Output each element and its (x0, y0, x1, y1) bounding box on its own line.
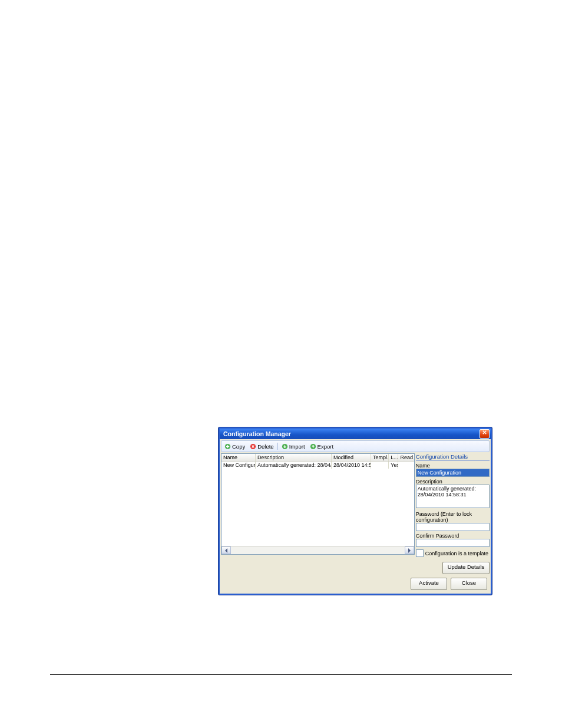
scroll-track[interactable] (231, 546, 405, 554)
copy-button[interactable]: Copy (223, 442, 247, 450)
copy-icon (224, 443, 231, 450)
cell-description: Automatically generated: 28/04/2010 14:5… (256, 462, 332, 469)
cell-read (398, 462, 414, 469)
toolbar-separator (277, 443, 278, 450)
export-icon (310, 443, 316, 450)
cell-locked: Yes (389, 462, 398, 469)
toolbar: Copy Delete Import (221, 440, 490, 452)
dialog-footer: Activate Close (221, 574, 490, 592)
scroll-left-icon[interactable] (222, 546, 231, 554)
configurations-list: Name Description Modified Templ... L... … (221, 453, 415, 555)
name-field[interactable] (416, 469, 490, 477)
window-title: Configuration Manager (223, 430, 291, 437)
description-field[interactable] (416, 485, 490, 508)
import-icon (282, 443, 288, 450)
export-button[interactable]: Export (308, 442, 335, 450)
confirm-password-field[interactable] (416, 539, 490, 547)
configuration-manager-dialog: Configuration Manager Copy Delete (219, 427, 492, 595)
password-label: Password (Enter to lock configuration) (416, 511, 490, 523)
col-template[interactable]: Templ... (371, 454, 389, 461)
import-button[interactable]: Import (280, 442, 307, 450)
col-read[interactable]: Read (398, 454, 414, 461)
horizontal-scrollbar[interactable] (222, 546, 414, 554)
copy-label: Copy (232, 443, 245, 450)
delete-label: Delete (257, 443, 273, 450)
delete-icon (250, 443, 256, 450)
close-icon[interactable] (480, 429, 490, 439)
template-checkbox-label: Configuration is a template (425, 551, 488, 556)
rows-container: New Configuration Automatically generate… (222, 462, 414, 546)
col-name[interactable]: Name (222, 454, 256, 461)
details-group-title: Configuration Details (416, 453, 490, 461)
cell-template (371, 462, 389, 469)
titlebar[interactable]: Configuration Manager (220, 429, 491, 439)
col-description[interactable]: Description (256, 454, 332, 461)
template-checkbox[interactable] (416, 549, 424, 557)
activate-button[interactable]: Activate (411, 578, 447, 590)
close-button[interactable]: Close (451, 578, 487, 590)
scroll-right-icon[interactable] (405, 546, 414, 554)
column-headers: Name Description Modified Templ... L... … (222, 454, 414, 462)
dialog-body: Copy Delete Import (220, 439, 491, 594)
export-label: Export (318, 443, 333, 450)
update-details-button[interactable]: Update Details (442, 562, 490, 574)
password-field[interactable] (416, 523, 490, 531)
import-label: Import (289, 443, 305, 450)
cell-name: New Configuration (222, 462, 256, 469)
confirm-password-label: Confirm Password (416, 533, 490, 539)
description-label: Description (416, 479, 490, 485)
col-modified[interactable]: Modified (332, 454, 371, 461)
delete-button[interactable]: Delete (248, 442, 275, 450)
configuration-details-pane: Configuration Details Name Description P… (416, 453, 490, 574)
col-locked[interactable]: L... (389, 454, 398, 461)
cell-modified: 28/04/2010 14:59:00 (332, 462, 371, 469)
name-label: Name (416, 463, 490, 469)
page-footer-rule (50, 674, 512, 675)
table-row[interactable]: New Configuration Automatically generate… (222, 462, 414, 469)
